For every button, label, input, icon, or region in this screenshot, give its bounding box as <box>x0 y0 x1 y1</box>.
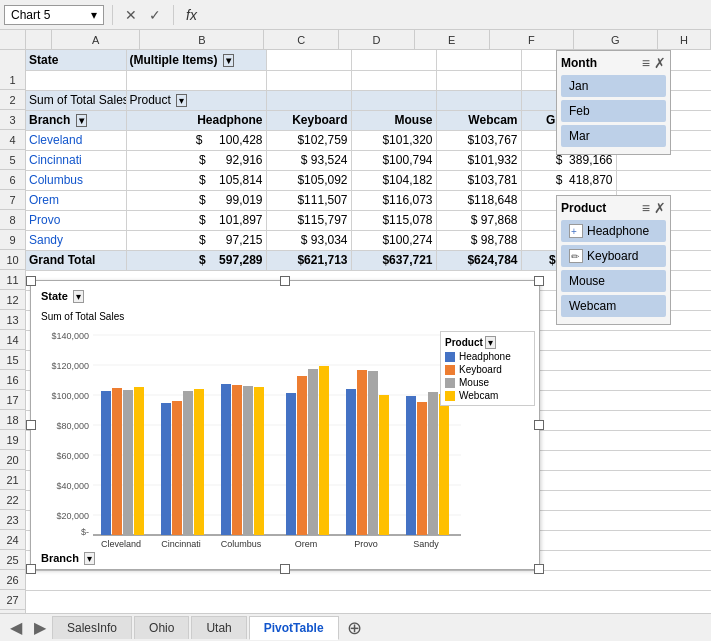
cell-e5: $103,767 <box>436 130 521 150</box>
cell-a8: Orem <box>26 190 126 210</box>
cell-c4: Keyboard <box>266 110 351 130</box>
svg-rect-26 <box>221 384 231 535</box>
separator-1 <box>112 5 113 25</box>
month-filter-icon[interactable]: ≡ <box>642 55 650 71</box>
cell-a3: Sum of Total Sales <box>26 90 126 110</box>
resize-handle-mr[interactable] <box>534 420 544 430</box>
svg-text:Orem: Orem <box>295 539 318 549</box>
cell-a1: State <box>26 50 126 70</box>
row-9: 9 <box>0 230 25 250</box>
row-26: 26 <box>0 570 25 590</box>
confirm-icon[interactable]: ✓ <box>145 5 165 25</box>
product-filter-row: Product ▾ <box>445 336 530 349</box>
row-24: 24 <box>0 530 25 550</box>
row-21: 21 <box>0 470 25 490</box>
filter-dropdown-btn[interactable]: ▾ <box>223 54 234 67</box>
resize-handle-tr[interactable] <box>534 276 544 286</box>
branch-header: Branch <box>29 113 70 127</box>
chart-name-box[interactable]: Chart 5 ▾ <box>4 5 104 25</box>
cell-c9: $115,797 <box>266 210 351 230</box>
svg-rect-27 <box>232 385 242 535</box>
slicer-btn-webcam[interactable]: Webcam <box>561 295 666 317</box>
keyboard-color <box>445 365 455 375</box>
svg-text:$100,000: $100,000 <box>51 391 89 401</box>
col-header-c[interactable]: C <box>264 30 339 49</box>
resize-handle-tl[interactable] <box>26 276 36 286</box>
row-10: 10 <box>0 250 25 270</box>
month-clear-icon[interactable]: ✗ <box>654 55 666 71</box>
row-7: 7 <box>0 190 25 210</box>
slicer-btn-jan[interactable]: Jan <box>561 75 666 97</box>
headphone-color <box>445 352 455 362</box>
svg-rect-37 <box>357 370 367 535</box>
chart-branch-filter[interactable]: Branch ▾ <box>41 551 95 565</box>
cell-e7: $103,781 <box>436 170 521 190</box>
slicer-btn-mar[interactable]: Mar <box>561 125 666 147</box>
svg-text:$120,000: $120,000 <box>51 361 89 371</box>
chart-name-dropdown[interactable]: ▾ <box>91 8 97 22</box>
chart-state-btn[interactable]: ▾ <box>73 290 84 303</box>
cell-a9: Provo <box>26 210 126 230</box>
product-slicer-title: Product <box>561 201 606 215</box>
cell-c8: $111,507 <box>266 190 351 210</box>
legend-product-btn[interactable]: ▾ <box>485 336 496 349</box>
sum-total-label: Sum of Total Sales <box>29 93 126 107</box>
grid-content: State (Multiple Items) ▾ <box>26 50 711 613</box>
svg-rect-42 <box>417 402 427 535</box>
row-16: 16 <box>0 370 25 390</box>
slicer-btn-mouse[interactable]: Mouse <box>561 270 666 292</box>
product-clear-icon[interactable]: ✗ <box>654 200 666 216</box>
webcam-legend-label: Webcam <box>459 390 498 401</box>
cell-c6: $ 93,524 <box>266 150 351 170</box>
row-22: 22 <box>0 490 25 510</box>
svg-rect-16 <box>101 391 111 535</box>
keyboard-checkbox: ✏ <box>569 249 583 263</box>
cell-e2 <box>436 70 521 90</box>
col-header-f[interactable]: F <box>490 30 574 49</box>
chart-container[interactable]: State ▾ Sum of Total Sales $140,000 $120… <box>30 280 540 570</box>
slicer-btn-feb[interactable]: Feb <box>561 100 666 122</box>
product-slicer-header: Product ≡ ✗ <box>561 200 666 216</box>
svg-rect-31 <box>286 393 296 535</box>
chart-sum-label: Sum of Total Sales <box>41 311 124 322</box>
col-header-b[interactable]: B <box>140 30 264 49</box>
cell-c10: $ 93,034 <box>266 230 351 250</box>
svg-rect-22 <box>172 401 182 535</box>
corner-cell <box>0 30 26 49</box>
cell-d7: $104,182 <box>351 170 436 190</box>
cancel-icon[interactable]: ✕ <box>121 5 141 25</box>
product-filter-icon[interactable]: ≡ <box>642 200 650 216</box>
col-header-a[interactable]: A <box>52 30 140 49</box>
legend-webcam: Webcam <box>445 390 530 401</box>
cell-c2 <box>266 70 351 90</box>
resize-handle-br[interactable] <box>534 564 544 574</box>
col-header-row: A B C D E F G H <box>0 30 711 50</box>
resize-handle-tm[interactable] <box>280 276 290 286</box>
col-header-g[interactable]: G <box>574 30 658 49</box>
product-filter-btn[interactable]: ▾ <box>176 94 187 107</box>
chart-branch-btn[interactable]: ▾ <box>84 552 95 565</box>
headphone-legend-label: Headphone <box>459 351 511 362</box>
svg-text:$80,000: $80,000 <box>56 421 89 431</box>
product-filter-label: Product <box>445 337 483 348</box>
chart-legend: Product ▾ Headphone Keyboard Mouse <box>440 331 535 406</box>
product-slicer: Product ≡ ✗ + Headphone ✏ Keyb <box>556 195 671 325</box>
slicer-btn-headphone[interactable]: + Headphone <box>561 220 666 242</box>
svg-text:$-: $- <box>81 527 89 537</box>
mouse-color <box>445 378 455 388</box>
cell-d1 <box>351 50 436 70</box>
cell-b9: $ 101,897 <box>126 210 266 230</box>
month-slicer-title: Month <box>561 56 597 70</box>
cell-d2 <box>351 70 436 90</box>
col-header-h[interactable]: H <box>658 30 711 49</box>
col-header-d[interactable]: D <box>339 30 414 49</box>
slicer-btn-keyboard[interactable]: ✏ Keyboard <box>561 245 666 267</box>
cell-a7: Columbus <box>26 170 126 190</box>
col-header-e[interactable]: E <box>415 30 490 49</box>
cell-b6: $ 92,916 <box>126 150 266 170</box>
cell-b4: Headphone <box>126 110 266 130</box>
svg-rect-43 <box>428 392 438 535</box>
row-25: 25 <box>0 550 25 570</box>
branch-filter-btn[interactable]: ▾ <box>76 114 87 127</box>
chart-state-filter[interactable]: State ▾ <box>41 289 84 303</box>
